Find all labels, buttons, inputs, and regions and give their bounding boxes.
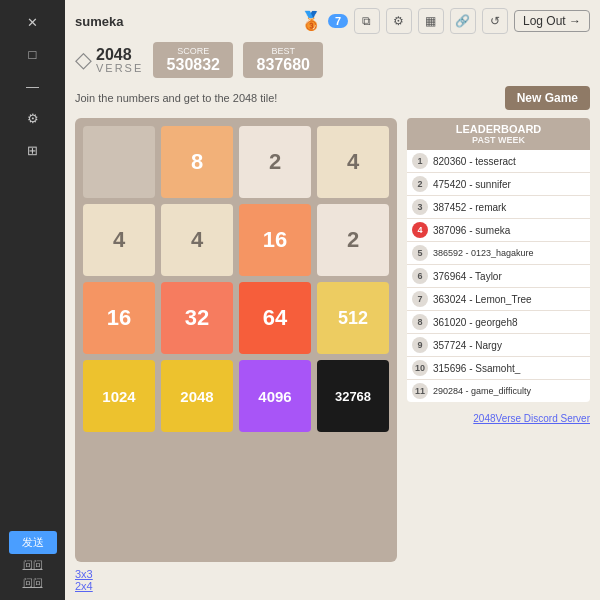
logo-verse: VERSE bbox=[96, 63, 143, 74]
instruction-text: Join the numbers and get to the 2048 til… bbox=[75, 92, 277, 104]
lb-rank-1: 1 bbox=[412, 153, 428, 169]
tile-2-0: 16 bbox=[83, 282, 155, 354]
replay-button[interactable]: ↺ bbox=[482, 8, 508, 34]
tile-3-3: 32768 bbox=[317, 360, 389, 432]
tile-0-1: 8 bbox=[161, 126, 233, 198]
lb-rank-2: 2 bbox=[412, 176, 428, 192]
tile-1-3: 2 bbox=[317, 204, 389, 276]
lb-entry-4: 386592 - 0123_hagakure bbox=[433, 248, 585, 258]
size-links: 3x3 2x4 bbox=[75, 568, 590, 592]
logout-button[interactable]: Log Out → bbox=[514, 10, 590, 32]
leaderboard-row: 5386592 - 0123_hagakure bbox=[407, 242, 590, 265]
sidebar-grid-icon[interactable]: ⊞ bbox=[13, 136, 53, 164]
tile-2-2: 64 bbox=[239, 282, 311, 354]
best-box: BEST 837680 bbox=[243, 42, 323, 78]
lb-entry-3: 387096 - sumeka bbox=[433, 225, 585, 236]
leaderboard-rows: 1820360 - tesseract2475420 - sunnifer338… bbox=[407, 150, 590, 402]
sidebar-square-icon[interactable]: □ bbox=[13, 40, 53, 68]
lb-entry-10: 290284 - game_difficulty bbox=[433, 386, 585, 396]
lb-entry-0: 820360 - tesseract bbox=[433, 156, 585, 167]
best-value: 837680 bbox=[255, 56, 311, 74]
leaderboard-row: 1820360 - tesseract bbox=[407, 150, 590, 173]
link-button[interactable]: 🔗 bbox=[450, 8, 476, 34]
lb-entry-7: 361020 - georgeh8 bbox=[433, 317, 585, 328]
game-board[interactable]: 8 2 4 4 4 16 2 16 32 64 512 1024 2048 40… bbox=[75, 118, 397, 562]
instruction-row: Join the numbers and get to the 2048 til… bbox=[75, 86, 590, 110]
sidebar-link-1[interactable]: 问问 bbox=[23, 558, 43, 572]
sidebar-close-icon[interactable]: ✕ bbox=[13, 8, 53, 36]
header: sumeka 🥉 7 ⧉ ⚙ ▦ 🔗 ↺ Log Out → bbox=[75, 8, 590, 34]
lb-entry-6: 363024 - Lemon_Tree bbox=[433, 294, 585, 305]
lb-entry-1: 475420 - sunnifer bbox=[433, 179, 585, 190]
leaderboard-row: 7363024 - Lemon_Tree bbox=[407, 288, 590, 311]
size-2x4-link[interactable]: 2x4 bbox=[75, 580, 590, 592]
header-icons: 🥉 7 ⧉ ⚙ ▦ 🔗 ↺ Log Out → bbox=[300, 8, 590, 34]
leaderboard-row: 9357724 - Nargy bbox=[407, 334, 590, 357]
lb-rank-4: 4 bbox=[412, 222, 428, 238]
lb-rank-7: 7 bbox=[412, 291, 428, 307]
tile-1-2: 16 bbox=[239, 204, 311, 276]
username-label: sumeka bbox=[75, 14, 123, 29]
sidebar: ✕ □ — ⚙ ⊞ 发送 问问 问问 bbox=[0, 0, 65, 600]
lb-rank-5: 5 bbox=[412, 245, 428, 261]
lb-entry-5: 376964 - Taylor bbox=[433, 271, 585, 282]
discord-link[interactable]: 2048Verse Discord Server bbox=[473, 413, 590, 424]
new-game-button[interactable]: New Game bbox=[505, 86, 590, 110]
leaderboard-row: 11290284 - game_difficulty bbox=[407, 380, 590, 402]
lb-rank-8: 8 bbox=[412, 314, 428, 330]
lb-rank-10: 10 bbox=[412, 360, 428, 376]
tile-3-0: 1024 bbox=[83, 360, 155, 432]
tile-0-3: 4 bbox=[317, 126, 389, 198]
tile-3-1: 2048 bbox=[161, 360, 233, 432]
lb-rank-6: 6 bbox=[412, 268, 428, 284]
tile-1-1: 4 bbox=[161, 204, 233, 276]
best-label: BEST bbox=[255, 46, 311, 56]
lb-entry-2: 387452 - remark bbox=[433, 202, 585, 213]
score-box: SCORE 530832 bbox=[153, 42, 233, 78]
size-3x3-link[interactable]: 3x3 bbox=[75, 568, 590, 580]
settings-button[interactable]: ⚙ bbox=[386, 8, 412, 34]
leaderboard-row: 4387096 - sumeka bbox=[407, 219, 590, 242]
lb-rank-11: 11 bbox=[412, 383, 428, 399]
sidebar-minimize-icon[interactable]: — bbox=[13, 72, 53, 100]
lb-entry-8: 357724 - Nargy bbox=[433, 340, 585, 351]
score-value: 530832 bbox=[165, 56, 221, 74]
medal-icon: 🥉 bbox=[300, 10, 322, 32]
lb-rank-3: 3 bbox=[412, 199, 428, 215]
tile-1-0: 4 bbox=[83, 204, 155, 276]
leaderboard: LEADERBOARD PAST WEEK 1820360 - tesserac… bbox=[407, 118, 590, 562]
leaderboard-row: 10315696 - Ssamoht_ bbox=[407, 357, 590, 380]
sidebar-gear-icon[interactable]: ⚙ bbox=[13, 104, 53, 132]
leaderboard-subtitle: PAST WEEK bbox=[412, 135, 585, 145]
tile-2-1: 32 bbox=[161, 282, 233, 354]
logo-score-row: ◇ 2048 VERSE SCORE 530832 BEST 837680 bbox=[75, 42, 590, 78]
game-area: 8 2 4 4 4 16 2 16 32 64 512 1024 2048 40… bbox=[75, 118, 590, 562]
leaderboard-row: 8361020 - georgeh8 bbox=[407, 311, 590, 334]
leaderboard-row: 6376964 - Taylor bbox=[407, 265, 590, 288]
tile-3-2: 4096 bbox=[239, 360, 311, 432]
leaderboard-header: LEADERBOARD PAST WEEK bbox=[407, 118, 590, 150]
logo: ◇ 2048 VERSE bbox=[75, 47, 143, 74]
rank-badge: 7 bbox=[328, 14, 348, 28]
leaderboard-title: LEADERBOARD bbox=[412, 123, 585, 135]
logo-diamond-icon: ◇ bbox=[75, 47, 92, 73]
logo-2048: 2048 bbox=[96, 47, 143, 63]
copy-button[interactable]: ⧉ bbox=[354, 8, 380, 34]
lb-entry-9: 315696 - Ssamoht_ bbox=[433, 363, 585, 374]
score-label: SCORE bbox=[165, 46, 221, 56]
leaderboard-row: 3387452 - remark bbox=[407, 196, 590, 219]
logo-text: 2048 VERSE bbox=[96, 47, 143, 74]
tile-0-0 bbox=[83, 126, 155, 198]
send-button[interactable]: 发送 bbox=[9, 531, 57, 554]
chart-button[interactable]: ▦ bbox=[418, 8, 444, 34]
lb-rank-9: 9 bbox=[412, 337, 428, 353]
tile-2-3: 512 bbox=[317, 282, 389, 354]
discord-link-area: 2048Verse Discord Server bbox=[407, 408, 590, 426]
sidebar-link-2[interactable]: 问问 bbox=[23, 576, 43, 590]
main-content: sumeka 🥉 7 ⧉ ⚙ ▦ 🔗 ↺ Log Out → ◇ 2048 VE… bbox=[65, 0, 600, 600]
tile-0-2: 2 bbox=[239, 126, 311, 198]
leaderboard-row: 2475420 - sunnifer bbox=[407, 173, 590, 196]
